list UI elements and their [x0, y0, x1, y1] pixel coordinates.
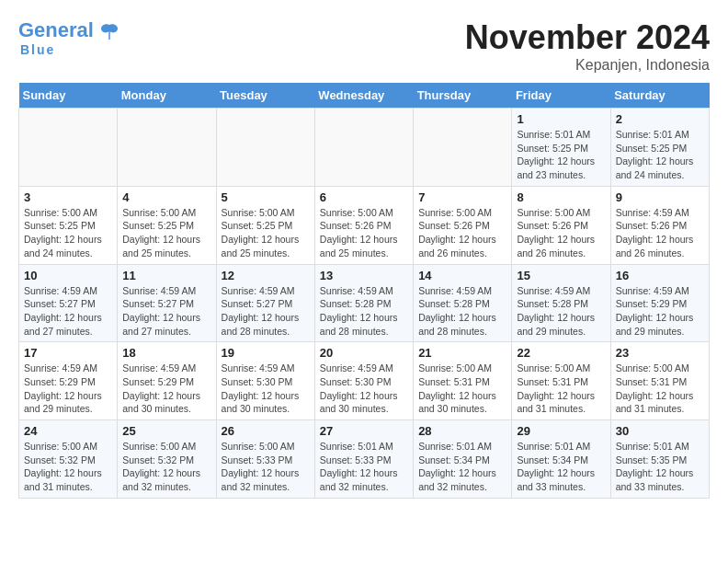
- calendar-cell: 9Sunrise: 4:59 AM Sunset: 5:26 PM Daylig…: [610, 186, 709, 264]
- calendar-cell: 11Sunrise: 4:59 AM Sunset: 5:27 PM Dayli…: [118, 264, 216, 342]
- day-number: 23: [616, 346, 704, 360]
- day-number: 16: [616, 269, 704, 282]
- day-info: Sunrise: 5:00 AM Sunset: 5:26 PM Dayligh…: [517, 206, 605, 260]
- day-info: Sunrise: 4:59 AM Sunset: 5:30 PM Dayligh…: [222, 362, 310, 416]
- calendar-cell: 13Sunrise: 4:59 AM Sunset: 5:28 PM Dayli…: [314, 264, 413, 342]
- day-number: 19: [222, 346, 310, 360]
- weekday-header-saturday: Saturday: [610, 83, 709, 109]
- day-number: 27: [320, 424, 408, 438]
- day-info: Sunrise: 4:59 AM Sunset: 5:29 PM Dayligh…: [122, 362, 210, 416]
- calendar-cell: 25Sunrise: 5:00 AM Sunset: 5:32 PM Dayli…: [118, 420, 216, 499]
- day-info: Sunrise: 4:59 AM Sunset: 5:29 PM Dayligh…: [24, 362, 112, 416]
- weekday-header-thursday: Thursday: [414, 83, 512, 109]
- calendar-cell: [414, 109, 512, 187]
- day-info: Sunrise: 5:00 AM Sunset: 5:26 PM Dayligh…: [320, 206, 408, 260]
- calendar-cell: 12Sunrise: 4:59 AM Sunset: 5:27 PM Dayli…: [216, 264, 314, 342]
- calendar-cell: 23Sunrise: 5:00 AM Sunset: 5:31 PM Dayli…: [610, 342, 709, 420]
- day-number: 25: [122, 424, 210, 438]
- logo-blue-text: Blue: [20, 42, 55, 57]
- day-number: 24: [24, 424, 112, 438]
- calendar-week-row: 24Sunrise: 5:00 AM Sunset: 5:32 PM Dayli…: [19, 420, 710, 499]
- day-info: Sunrise: 5:00 AM Sunset: 5:31 PM Dayligh…: [517, 362, 605, 416]
- day-info: Sunrise: 5:00 AM Sunset: 5:31 PM Dayligh…: [616, 362, 704, 416]
- day-number: 10: [24, 269, 112, 282]
- day-number: 12: [222, 269, 310, 282]
- calendar-cell: 6Sunrise: 5:00 AM Sunset: 5:26 PM Daylig…: [314, 186, 413, 264]
- calendar-cell: [216, 109, 314, 187]
- day-number: 14: [418, 269, 506, 282]
- calendar-cell: 22Sunrise: 5:00 AM Sunset: 5:31 PM Dayli…: [512, 342, 610, 420]
- day-number: 30: [616, 424, 704, 438]
- calendar-cell: 10Sunrise: 4:59 AM Sunset: 5:27 PM Dayli…: [19, 264, 118, 342]
- month-title: November 2024: [465, 18, 710, 57]
- weekday-header-wednesday: Wednesday: [314, 83, 413, 109]
- logo-name: General: [18, 18, 119, 42]
- calendar-cell: 14Sunrise: 4:59 AM Sunset: 5:28 PM Dayli…: [414, 264, 512, 342]
- title-area: November 2024 Kepanjen, Indonesia: [465, 18, 710, 74]
- calendar-week-row: 3Sunrise: 5:00 AM Sunset: 5:25 PM Daylig…: [19, 186, 710, 264]
- calendar-cell: [118, 109, 216, 187]
- calendar-cell: 2Sunrise: 5:01 AM Sunset: 5:25 PM Daylig…: [610, 109, 709, 187]
- page-header: General Blue November 2024 Kepanjen, Ind…: [18, 18, 710, 74]
- logo: General Blue: [18, 18, 119, 57]
- day-info: Sunrise: 4:59 AM Sunset: 5:28 PM Dayligh…: [517, 284, 605, 339]
- day-info: Sunrise: 4:59 AM Sunset: 5:27 PM Dayligh…: [24, 284, 112, 339]
- calendar-week-row: 17Sunrise: 4:59 AM Sunset: 5:29 PM Dayli…: [19, 342, 710, 420]
- day-info: Sunrise: 5:00 AM Sunset: 5:25 PM Dayligh…: [24, 206, 112, 260]
- day-number: 29: [517, 424, 605, 438]
- calendar-cell: 26Sunrise: 5:00 AM Sunset: 5:33 PM Dayli…: [216, 420, 314, 499]
- day-number: 8: [517, 190, 605, 204]
- day-number: 1: [517, 112, 605, 126]
- day-number: 17: [24, 346, 112, 360]
- day-number: 20: [320, 346, 408, 360]
- day-info: Sunrise: 4:59 AM Sunset: 5:28 PM Dayligh…: [418, 284, 506, 339]
- day-info: Sunrise: 5:01 AM Sunset: 5:35 PM Dayligh…: [616, 440, 704, 494]
- day-number: 9: [616, 190, 704, 204]
- day-info: Sunrise: 5:01 AM Sunset: 5:25 PM Dayligh…: [616, 128, 704, 182]
- day-number: 5: [222, 190, 310, 204]
- calendar-cell: 1Sunrise: 5:01 AM Sunset: 5:25 PM Daylig…: [512, 109, 610, 187]
- day-info: Sunrise: 5:00 AM Sunset: 5:32 PM Dayligh…: [24, 440, 112, 494]
- day-info: Sunrise: 5:01 AM Sunset: 5:33 PM Dayligh…: [320, 440, 408, 494]
- calendar-cell: 8Sunrise: 5:00 AM Sunset: 5:26 PM Daylig…: [512, 186, 610, 264]
- calendar-cell: 15Sunrise: 4:59 AM Sunset: 5:28 PM Dayli…: [512, 264, 610, 342]
- day-info: Sunrise: 4:59 AM Sunset: 5:30 PM Dayligh…: [320, 362, 408, 416]
- day-number: 18: [122, 346, 210, 360]
- calendar-cell: [314, 109, 413, 187]
- weekday-header-sunday: Sunday: [19, 83, 118, 109]
- calendar-cell: 4Sunrise: 5:00 AM Sunset: 5:25 PM Daylig…: [118, 186, 216, 264]
- calendar-cell: 28Sunrise: 5:01 AM Sunset: 5:34 PM Dayli…: [414, 420, 512, 499]
- calendar-cell: 27Sunrise: 5:01 AM Sunset: 5:33 PM Dayli…: [314, 420, 413, 499]
- calendar-header-row: SundayMondayTuesdayWednesdayThursdayFrid…: [19, 83, 710, 109]
- logo-bird-icon: [99, 21, 119, 41]
- calendar-week-row: 10Sunrise: 4:59 AM Sunset: 5:27 PM Dayli…: [19, 264, 710, 342]
- day-info: Sunrise: 5:00 AM Sunset: 5:25 PM Dayligh…: [222, 206, 310, 260]
- day-number: 2: [616, 112, 704, 126]
- day-info: Sunrise: 5:00 AM Sunset: 5:31 PM Dayligh…: [418, 362, 506, 416]
- calendar-cell: 19Sunrise: 4:59 AM Sunset: 5:30 PM Dayli…: [216, 342, 314, 420]
- weekday-header-monday: Monday: [118, 83, 216, 109]
- day-number: 13: [320, 269, 408, 282]
- calendar-cell: 18Sunrise: 4:59 AM Sunset: 5:29 PM Dayli…: [118, 342, 216, 420]
- calendar-cell: 30Sunrise: 5:01 AM Sunset: 5:35 PM Dayli…: [610, 420, 709, 499]
- calendar-cell: 24Sunrise: 5:00 AM Sunset: 5:32 PM Dayli…: [19, 420, 118, 499]
- day-info: Sunrise: 5:01 AM Sunset: 5:25 PM Dayligh…: [517, 128, 605, 182]
- calendar-cell: 3Sunrise: 5:00 AM Sunset: 5:25 PM Daylig…: [19, 186, 118, 264]
- weekday-header-friday: Friday: [512, 83, 610, 109]
- day-info: Sunrise: 4:59 AM Sunset: 5:27 PM Dayligh…: [122, 284, 210, 339]
- day-info: Sunrise: 5:01 AM Sunset: 5:34 PM Dayligh…: [418, 440, 506, 494]
- day-info: Sunrise: 5:01 AM Sunset: 5:34 PM Dayligh…: [517, 440, 605, 494]
- day-number: 22: [517, 346, 605, 360]
- day-number: 4: [122, 190, 210, 204]
- day-number: 15: [517, 269, 605, 282]
- calendar-cell: 7Sunrise: 5:00 AM Sunset: 5:26 PM Daylig…: [414, 186, 512, 264]
- day-number: 11: [122, 269, 210, 282]
- calendar-cell: 17Sunrise: 4:59 AM Sunset: 5:29 PM Dayli…: [19, 342, 118, 420]
- day-info: Sunrise: 4:59 AM Sunset: 5:26 PM Dayligh…: [616, 206, 704, 260]
- day-info: Sunrise: 5:00 AM Sunset: 5:26 PM Dayligh…: [418, 206, 506, 260]
- day-number: 28: [418, 424, 506, 438]
- calendar-cell: 29Sunrise: 5:01 AM Sunset: 5:34 PM Dayli…: [512, 420, 610, 499]
- day-info: Sunrise: 4:59 AM Sunset: 5:29 PM Dayligh…: [616, 284, 704, 339]
- day-number: 3: [24, 190, 112, 204]
- calendar-week-row: 1Sunrise: 5:01 AM Sunset: 5:25 PM Daylig…: [19, 109, 710, 187]
